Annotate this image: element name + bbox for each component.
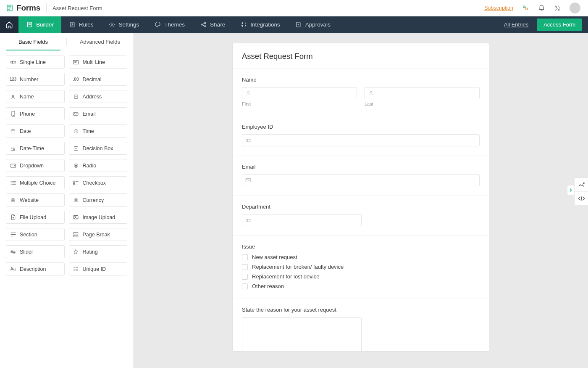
subscription-link[interactable]: Subscription bbox=[484, 5, 513, 11]
issue-option-0[interactable]: New asset request bbox=[242, 254, 480, 260]
time-icon bbox=[73, 128, 79, 134]
nav-settings[interactable]: Settings bbox=[101, 16, 147, 33]
slider-icon bbox=[10, 249, 16, 255]
nav-integrations[interactable]: Integrations bbox=[233, 16, 288, 33]
all-entries-link[interactable]: All Entries bbox=[504, 21, 529, 28]
field-type-currency[interactable]: Currency bbox=[69, 193, 128, 207]
email-label: Email bbox=[242, 164, 480, 170]
nav-share[interactable]: Share bbox=[192, 16, 233, 33]
singleline-icon bbox=[245, 138, 251, 143]
field-type-checkbox[interactable]: Checkbox bbox=[69, 176, 128, 189]
field-type-date-time[interactable]: Date-Time bbox=[6, 142, 65, 155]
issue-option-2[interactable]: Replacement for lost device bbox=[242, 273, 480, 280]
tools-icon[interactable] bbox=[554, 4, 561, 12]
expand-panel-toggle[interactable] bbox=[567, 185, 574, 195]
field-type-image-upload[interactable]: Image Upload bbox=[69, 211, 128, 224]
svg-rect-39 bbox=[246, 178, 251, 182]
currency-icon bbox=[73, 197, 79, 203]
datetime-icon bbox=[10, 146, 16, 151]
form-canvas[interactable]: Asset Request Form Name First bbox=[134, 33, 588, 368]
issue-option-3[interactable]: Other reason bbox=[242, 283, 480, 289]
tab-basic-fields[interactable]: Basic Fields bbox=[0, 33, 66, 50]
approvals-icon bbox=[295, 21, 302, 28]
field-type-slider[interactable]: Slider bbox=[6, 245, 65, 258]
form-card[interactable]: Asset Request Form Name First bbox=[233, 43, 489, 351]
svg-point-34 bbox=[11, 250, 13, 252]
nav-approvals[interactable]: Approvals bbox=[288, 16, 338, 33]
field-type-unique-id[interactable]: Unique ID bbox=[69, 262, 128, 275]
field-type-number[interactable]: 123Number bbox=[6, 73, 65, 86]
access-form-button[interactable]: Access Form bbox=[537, 19, 582, 31]
field-type-description[interactable]: AaDescription bbox=[6, 262, 65, 275]
field-type-multiple-choice[interactable]: Multiple Choice bbox=[6, 176, 65, 189]
field-type-single-line[interactable]: Single Line bbox=[6, 56, 65, 69]
pagebreak-icon bbox=[73, 232, 79, 238]
field-type-phone[interactable]: Phone bbox=[6, 107, 65, 120]
field-type-decimal[interactable]: .00Decimal bbox=[69, 73, 128, 86]
nav-home[interactable] bbox=[0, 16, 18, 33]
field-type-rating[interactable]: Rating bbox=[69, 245, 128, 258]
field-type-time[interactable]: Time bbox=[69, 124, 128, 138]
reason-textarea[interactable] bbox=[242, 317, 362, 352]
field-issue[interactable]: Issue New asset requestReplacement for b… bbox=[233, 236, 489, 299]
field-reason[interactable]: State the reason for your asset request bbox=[233, 299, 489, 362]
multiline-icon bbox=[73, 59, 79, 65]
field-email[interactable]: Email bbox=[233, 156, 489, 196]
embed-code-icon[interactable] bbox=[575, 191, 588, 205]
field-type-page-break[interactable]: Page Break bbox=[69, 228, 128, 241]
form-title[interactable]: Asset Request Form bbox=[242, 52, 480, 61]
nav-builder[interactable]: Builder bbox=[18, 16, 61, 33]
first-sublabel: First bbox=[242, 101, 357, 106]
field-type-date[interactable]: Date bbox=[6, 124, 65, 138]
preview-icon[interactable] bbox=[575, 178, 588, 191]
tab-advanced-fields[interactable]: Advanced Fields bbox=[67, 33, 133, 50]
svg-point-21 bbox=[13, 148, 15, 150]
checkbox-icon[interactable] bbox=[242, 274, 248, 280]
checkbox-icon[interactable] bbox=[242, 254, 248, 260]
checkbox-icon[interactable] bbox=[242, 264, 248, 270]
decisionbox-icon bbox=[73, 146, 79, 151]
nav-themes[interactable]: Themes bbox=[147, 16, 192, 33]
share-icon bbox=[200, 21, 207, 28]
forms-logo-icon bbox=[5, 4, 14, 12]
app-logo[interactable]: Forms bbox=[5, 3, 40, 13]
field-type-multi-line[interactable]: Multi Line bbox=[69, 56, 128, 69]
field-type-dropdown[interactable]: Dropdown bbox=[6, 159, 65, 172]
svg-rect-27 bbox=[74, 183, 75, 185]
svg-point-35 bbox=[13, 252, 15, 253]
field-type-name[interactable]: Name bbox=[6, 90, 65, 103]
issue-option-1[interactable]: Replacement for broken/ faulty device bbox=[242, 264, 480, 270]
notifications-icon[interactable] bbox=[538, 4, 545, 12]
field-type-email[interactable]: Email bbox=[69, 107, 128, 120]
refer-icon[interactable] bbox=[522, 4, 529, 12]
fileupload-icon bbox=[10, 214, 16, 220]
field-type-website[interactable]: Website bbox=[6, 193, 65, 207]
last-name-input[interactable] bbox=[365, 87, 480, 99]
first-name-input[interactable] bbox=[242, 87, 357, 99]
nav-rules[interactable]: Rules bbox=[61, 16, 101, 33]
svg-point-37 bbox=[370, 91, 372, 93]
description-icon: Aa bbox=[10, 266, 16, 272]
multichoice-icon bbox=[10, 180, 16, 186]
svg-rect-15 bbox=[11, 111, 14, 116]
email-icon bbox=[73, 111, 79, 117]
dropdown-icon bbox=[10, 163, 16, 169]
field-type-radio[interactable]: Radio bbox=[69, 159, 128, 172]
uniqueid-icon bbox=[73, 266, 79, 272]
issue-option-label: Replacement for lost device bbox=[252, 273, 319, 280]
field-type-decision-box[interactable]: Decision Box bbox=[69, 142, 128, 155]
field-type-address[interactable]: Address bbox=[69, 90, 128, 103]
field-type-section[interactable]: Section bbox=[6, 228, 65, 241]
field-type-file-upload[interactable]: File Upload bbox=[6, 211, 65, 224]
field-department[interactable]: Department bbox=[233, 196, 489, 236]
email-input[interactable] bbox=[242, 174, 480, 186]
user-avatar[interactable] bbox=[570, 3, 580, 13]
department-input[interactable] bbox=[242, 214, 362, 226]
singleline-icon bbox=[10, 59, 16, 65]
field-name[interactable]: Name First bbox=[233, 69, 489, 116]
breadcrumb[interactable]: Asset Request Form bbox=[52, 5, 102, 11]
field-employee-id[interactable]: Employee ID bbox=[233, 116, 489, 156]
checkbox-icon[interactable] bbox=[242, 283, 248, 289]
svg-point-5 bbox=[111, 24, 113, 26]
employee-id-input[interactable] bbox=[242, 134, 480, 146]
